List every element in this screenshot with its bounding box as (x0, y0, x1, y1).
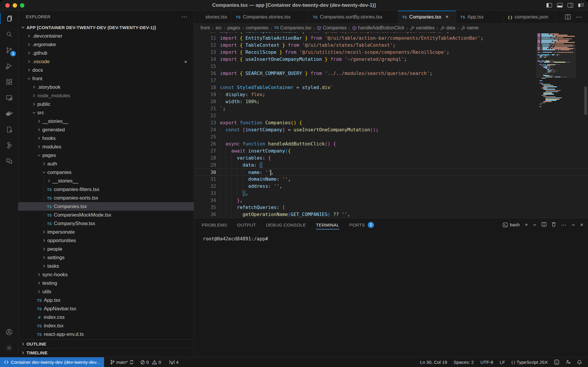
search-icon[interactable] (0, 26, 18, 42)
panel-more-actions-icon[interactable]: ⋯ (561, 222, 567, 228)
tab-companies-json[interactable]: { }companies.json (504, 11, 556, 23)
code-line-16[interactable]: 16import { SEARCH_COMPANY_QUERY } from '… (194, 70, 588, 77)
explorer-more-actions-icon[interactable]: ⋯ (181, 13, 189, 20)
code-line-32[interactable]: 32 address: '', (194, 183, 588, 190)
tree-file-companies-filters-tsx[interactable]: TScompanies-filters.tsx (18, 185, 194, 194)
tab-companies-sortby-stories-tsx[interactable]: TSCompanies.sortBy.stories.tsx (309, 11, 398, 23)
figma-icon[interactable] (0, 138, 18, 153)
breadcrumb-item-src[interactable]: src (216, 25, 222, 31)
indentation[interactable]: Spaces: 2 (450, 360, 477, 365)
settings-gear-icon[interactable] (0, 340, 18, 356)
code-line-11[interactable]: 11import { EntityTableActionBar } from '… (194, 35, 588, 42)
code-line-35[interactable]: 35 refetchQueries: [ (194, 204, 588, 211)
comments-icon[interactable] (0, 153, 18, 169)
tree-folder-impersonate[interactable]: impersonate (18, 228, 194, 236)
panel-tab-output[interactable]: OUTPUT (237, 218, 256, 231)
breadcrumb-item-companies-tsx[interactable]: TSCompanies.tsx (274, 25, 311, 31)
tree-folder-opportunities[interactable]: opportunities (18, 236, 194, 245)
timeline-section[interactable]: TIMELINE (18, 348, 194, 357)
code-line-30[interactable]: 30 name: '', (194, 169, 588, 176)
tree-file-companyshow-tsx[interactable]: TSCompanyShow.tsx (18, 219, 194, 228)
feedback-smiley-icon[interactable] (551, 360, 562, 365)
tree-folder-auth[interactable]: auth (18, 160, 194, 168)
panel-tab-debug-console[interactable]: DEBUG CONSOLE (266, 218, 306, 231)
tree-file-index-tsx[interactable]: TSindex.tsx (18, 321, 194, 330)
outline-section[interactable]: OUTLINE (18, 339, 194, 348)
explorer-icon[interactable] (0, 11, 18, 26)
tree-folder--stories-[interactable]: __stories__ (18, 117, 194, 125)
panel-tab-problems[interactable]: PROBLEMS (202, 218, 227, 231)
accessibility-icon[interactable] (562, 360, 574, 365)
breadcrumb-item-handleaddbuttonclick[interactable]: handleAddButtonClick (352, 25, 404, 31)
code-line-22[interactable]: 22 (194, 112, 588, 119)
tree-folder--devcontainer[interactable]: .devcontainer (18, 32, 194, 40)
branch-status[interactable]: main* (107, 357, 137, 367)
split-editor-icon[interactable] (565, 14, 571, 19)
file-gear-icon[interactable] (0, 122, 18, 138)
encoding[interactable]: UTF-8 (477, 360, 497, 365)
remote-explorer-icon[interactable] (0, 90, 18, 106)
code-line-24[interactable]: 24 const [insertCompany] = useInsertOneC… (194, 126, 588, 133)
ports-status[interactable]: 4 (166, 357, 182, 367)
breadcrumb-item-data[interactable]: data (440, 25, 455, 31)
kill-terminal-icon[interactable] (552, 222, 556, 228)
tree-folder-settings[interactable]: settings (18, 253, 194, 262)
docker-icon[interactable] (0, 106, 18, 122)
breadcrumb-item-variables[interactable]: variables (410, 25, 435, 31)
code-line-25[interactable]: 25 (194, 133, 588, 140)
workspace-section-header[interactable]: APP [CONTAINER DEV-TWENTY-DEV (DEV-TWENT… (18, 23, 194, 32)
tree-folder-node-modules[interactable]: node_modules (18, 91, 194, 100)
cursor-position[interactable]: Ln 30, Col 19 (417, 360, 450, 365)
tab-companies-stories-tsx[interactable]: TSCompanies.stories.tsx (232, 11, 309, 23)
tree-folder-src[interactable]: src (18, 108, 194, 117)
tree-file-appnavbar-tsx[interactable]: TSAppNavbar.tsx (18, 304, 194, 313)
code-line-21[interactable]: 21`; (194, 105, 588, 112)
notifications-bell-icon[interactable] (574, 360, 585, 365)
remote-indicator[interactable]: Container dev-twenty-dev (dev-twenty-dev… (0, 357, 104, 367)
code-line-10[interactable]: 10import { WithTopBarContainer } from '@… (194, 32, 588, 35)
breadcrumb-item-companies[interactable]: Companies (317, 25, 347, 31)
run-debug-icon[interactable] (0, 58, 18, 74)
code-line-31[interactable]: 31 domainName: '', (194, 176, 588, 183)
tree-folder-testing[interactable]: testing (18, 279, 194, 287)
code-line-34[interactable]: 34 }, (194, 197, 588, 204)
tree-file-companies-sorts-tsx[interactable]: TScompanies-sorts.tsx (18, 194, 194, 202)
tree-folder-front[interactable]: front (18, 74, 194, 83)
breadcrumb-item-front[interactable]: front (201, 25, 210, 31)
code-line-27[interactable]: 27 await insertCompany({ (194, 148, 588, 155)
close-panel-icon[interactable]: × (580, 222, 583, 228)
code-line-18[interactable]: 18const StyledTableContainer = styled.di… (194, 84, 588, 91)
code-line-14[interactable]: 14import { useInsertOneCompanyMutation }… (194, 56, 588, 63)
breadcrumb-item-pages[interactable]: pages (227, 25, 240, 31)
tree-folder-generated[interactable]: generated (18, 125, 194, 134)
tree-folder-pages[interactable]: pages (18, 151, 194, 160)
code-line-33[interactable]: 33 }, (194, 190, 588, 197)
tab-stories-tsx[interactable]: stories.tsx (194, 11, 232, 23)
tab-app-tsx[interactable]: TSApp.tsx (456, 11, 504, 23)
terminal-shell-chip[interactable]: bash (503, 222, 520, 227)
tree-folder-people[interactable]: people (18, 245, 194, 253)
close-tab-icon[interactable]: × (445, 14, 449, 20)
breadcrumb-item-name[interactable]: name (461, 25, 479, 31)
code-line-19[interactable]: 19 display: flex; (194, 91, 588, 98)
code-line-13[interactable]: 13import { RecoilScope } from '@/ui/util… (194, 49, 588, 56)
tree-file-index-css[interactable]: #index.css (18, 313, 194, 321)
tree-folder-docs[interactable]: docs (18, 66, 194, 74)
code-line-26[interactable]: 26 async function handleAddButtonClick()… (194, 140, 588, 148)
tree-folder--ergomake[interactable]: .ergomake (18, 40, 194, 49)
tree-folder--storybook[interactable]: .storybook (18, 83, 194, 91)
code-editor[interactable]: 10import { WithTopBarContainer } from '@… (194, 32, 588, 218)
panel-tab-terminal[interactable]: TERMINAL (316, 218, 339, 231)
code-line-20[interactable]: 20 width: 100%; (194, 98, 588, 105)
code-line-12[interactable]: 12import { TableContext } from '@/ui/tab… (194, 42, 588, 49)
close-window-button[interactable] (5, 3, 10, 8)
split-terminal-icon[interactable] (542, 222, 547, 228)
source-control-icon[interactable]: 1 (0, 42, 18, 58)
breadcrumb-item-companies[interactable]: companies (246, 25, 268, 31)
tree-folder-public[interactable]: public (18, 100, 194, 108)
maximize-panel-icon[interactable] (572, 222, 575, 227)
code-line-23[interactable]: 23export function Companies() { (194, 119, 588, 126)
minimap[interactable] (537, 33, 575, 108)
tree-folder--stories-[interactable]: __stories__ (18, 177, 194, 185)
toggle-secondary-sidebar-icon[interactable] (567, 3, 573, 8)
